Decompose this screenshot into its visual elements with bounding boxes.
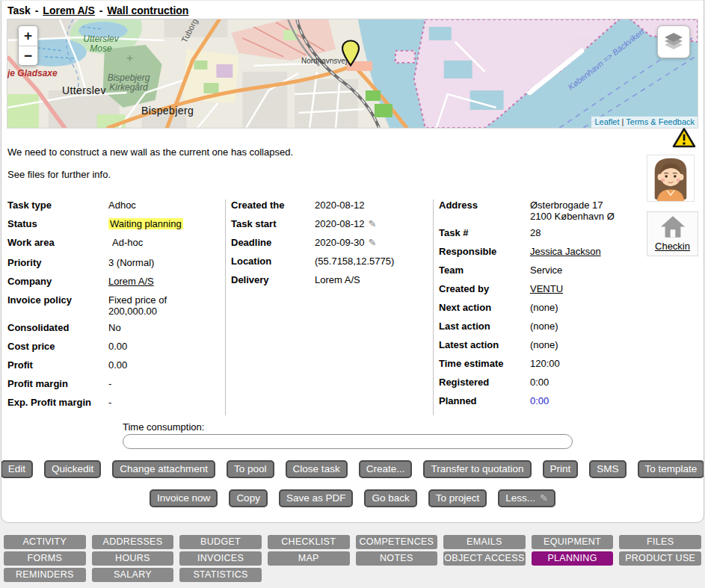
latest-action-value: (none) [530,339,647,353]
edit-icon[interactable]: ✎ [369,218,377,229]
field-label: Invoice policy [7,294,108,317]
close-task-button[interactable]: Close task [286,460,348,478]
checkin-button[interactable]: Checkin [647,211,698,256]
breadcrumb-company-link[interactable]: Lorem A/S [43,4,95,16]
map-layers-button[interactable] [657,25,690,58]
to-project-button[interactable]: To project [428,489,487,507]
tab-salary[interactable]: SALARY [92,568,174,582]
terms-feedback-link[interactable]: Terms & Feedback [626,117,695,126]
quickedit-button[interactable]: Quickedit [44,460,101,478]
zoom-out-button[interactable]: − [19,46,37,65]
time-consumption-input[interactable] [123,434,573,449]
field-label: Priority [7,257,108,270]
action-buttons-row-1: Edit Quickedit Change attachment To pool… [1,460,704,478]
leaflet-link[interactable]: Leaflet [594,117,619,126]
task-start-value: 2020-08-12 [315,218,365,229]
print-button[interactable]: Print [543,460,579,478]
work-area-value: Ad-hoc [108,237,206,250]
leaflet-map[interactable]: Utterslev Mose je Gladsaxe Utterslev Bis… [7,19,698,129]
warning-icon[interactable] [672,127,696,149]
attribution-separator: | [622,117,624,126]
tab-product-use[interactable]: PRODUCT USE [619,551,701,566]
map-zoom-control: + − [18,25,38,66]
task-details: Task typeAdhoc StatusWaiting planning Wo… [7,199,704,415]
field-label: Last action [439,321,530,334]
field-label: Task type [7,199,108,213]
tab-competences[interactable]: COMPETENCES [356,535,438,549]
tab-activity[interactable]: ACTIVITY [4,535,86,549]
field-label: Status [7,218,108,232]
layers-icon [663,31,684,52]
checkin-link[interactable]: Checkin [655,241,690,252]
tab-statistics[interactable]: STATISTICS [179,568,262,582]
tab-equipment[interactable]: EQUIPMENT [532,535,614,549]
planned-link[interactable]: 0:00 [530,395,549,406]
field-label: Work area [7,237,108,250]
home-icon [660,215,686,238]
tab-hours[interactable]: HOURS [92,551,174,566]
location-value: (55.7158,12.5775) [315,256,433,269]
go-back-button[interactable]: Go back [364,489,416,507]
breadcrumb-separator: - [34,4,40,16]
breadcrumb-task-label: Task [7,4,31,16]
breadcrumb-task-link[interactable]: Wall contruction [107,4,188,16]
last-action-value: (none) [530,321,647,334]
transfer-to-quotation-button[interactable]: Transfer to quotation [423,460,531,478]
field-label: Deadline [231,237,315,250]
next-action-value: (none) [530,302,647,315]
responsible-link[interactable]: Jessica Jackson [530,246,601,257]
tab-emails[interactable]: EMAILS [443,535,526,549]
edit-icon[interactable]: ✎ [369,237,377,248]
tab-notes[interactable]: NOTES [356,551,438,566]
to-template-button[interactable]: To template [638,460,704,478]
module-tabs: ACTIVITY ADDRESSES BUDGET CHECKLIST COMP… [4,535,701,582]
task-description: We need to construct a new wall as the c… [7,146,698,180]
map-marker-pin[interactable] [340,40,361,66]
status-badge: Waiting planning [108,218,183,229]
copy-button[interactable]: Copy [229,489,268,507]
description-line1: We need to construct a new wall as the c… [7,146,698,158]
map-attribution: Leaflet | Terms & Feedback [591,117,698,128]
registered-value: 0:00 [530,377,647,390]
edit-icon: ✎ [540,492,548,504]
field-label: Latest action [439,339,530,353]
tab-addresses[interactable]: ADDRESSES [92,535,174,549]
create-button[interactable]: Create... [359,460,413,478]
tab-files[interactable]: FILES [619,535,701,549]
field-label: Team [439,264,530,278]
field-label: Task # [439,227,530,241]
save-as-pdf-button[interactable]: Save as PDF [279,489,354,507]
field-label: Created the [231,199,315,213]
address-line2: 2100 København Ø [530,211,615,222]
change-attachment-button[interactable]: Change attachment [112,460,215,478]
tab-invoices[interactable]: INVOICES [179,551,262,566]
less-button[interactable]: Less...✎ [498,489,555,507]
tab-planning[interactable]: PLANNING [532,551,614,566]
tab-forms[interactable]: FORMS [4,551,86,566]
tab-checklist[interactable]: CHECKLIST [268,535,350,549]
company-link[interactable]: Lorem A/S [108,276,154,287]
exp-profit-margin-value: - [108,397,206,410]
sms-button[interactable]: SMS [589,460,626,478]
breadcrumb: Task - Lorem A/S - Wall contruction [1,1,704,19]
responsible-avatar [647,155,695,202]
map-tiles [7,19,698,128]
details-column-1: Task typeAdhoc StatusWaiting planning Wo… [7,199,225,415]
team-value: Service [530,264,647,278]
created-by-link[interactable]: VENTU [530,283,563,294]
zoom-in-button[interactable]: + [19,26,37,46]
invoice-now-button[interactable]: Invoice now [150,489,218,507]
invoice-policy-value: Fixed price of 200,000.00 [108,294,206,317]
tab-reminders[interactable]: REMINDERS [4,568,86,582]
tab-map[interactable]: MAP [268,551,350,566]
tab-budget[interactable]: BUDGET [179,535,262,549]
field-label: Address [439,199,530,222]
tab-object-access[interactable]: OBJECT ACCESS [443,551,526,566]
breadcrumb-separator: - [98,4,105,16]
to-pool-button[interactable]: To pool [227,460,274,478]
field-label: Company [7,276,108,289]
profit-value: 0.00 [108,359,206,373]
edit-button[interactable]: Edit [1,460,33,478]
field-label: Task start [231,218,315,232]
less-button-label: Less... [505,492,535,504]
